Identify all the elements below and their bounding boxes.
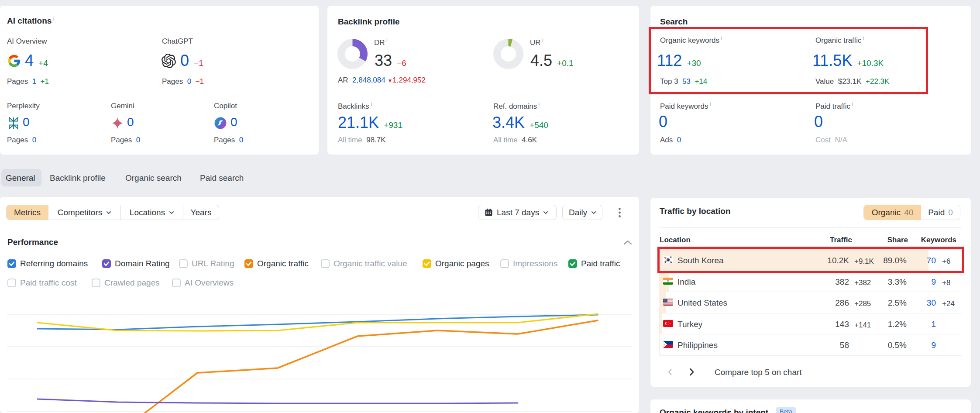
competitors-button[interactable]: Competitors xyxy=(48,205,121,220)
info-icon[interactable]: i xyxy=(385,37,388,43)
google-icon xyxy=(7,54,21,68)
engine-pages: Pages 0 xyxy=(7,135,36,145)
paid-keywords-label: Paid keywords i xyxy=(660,101,711,111)
next-page-button[interactable] xyxy=(687,368,696,376)
engine-label: Copilot xyxy=(214,101,301,110)
dr-delta: −6 xyxy=(397,58,406,68)
backlinks-delta: +931 xyxy=(384,120,402,130)
info-icon[interactable]: i xyxy=(850,101,853,107)
paid-keywords-value[interactable]: 0 xyxy=(659,114,667,130)
engine-value: 0 xyxy=(23,115,30,129)
column-header-share[interactable]: Share xyxy=(866,235,908,244)
locations-button[interactable]: Locations xyxy=(121,205,183,220)
prev-page-button[interactable] xyxy=(666,368,675,377)
engine-pages: Pages 0 xyxy=(111,135,140,145)
paid-traffic-sub: Cost N/A xyxy=(815,135,847,145)
tab-paid-search[interactable]: Paid search xyxy=(200,173,244,183)
chevron-down-icon xyxy=(169,211,174,214)
toggle-organic[interactable]: Organic40 xyxy=(864,205,921,220)
paid-traffic-label: Paid traffic i xyxy=(815,101,853,111)
info-icon[interactable]: i xyxy=(537,101,540,107)
checkbox-icon xyxy=(423,259,431,268)
performance-chart[interactable] xyxy=(0,284,639,413)
metrics-button[interactable]: Metrics xyxy=(7,205,48,220)
kebab-menu-button[interactable] xyxy=(614,205,625,220)
paid-keywords-sub: Ads 0 xyxy=(660,135,681,145)
ur-donut xyxy=(493,39,523,69)
keywords-value[interactable]: 9 xyxy=(899,277,936,287)
chevron-down-icon xyxy=(591,211,596,214)
ref-domains-label: Ref. domains i xyxy=(493,101,540,111)
paid-traffic-value[interactable]: 0 xyxy=(814,114,823,130)
metric-checkbox-referring-domains[interactable]: Referring domains xyxy=(7,258,88,268)
toggle-paid[interactable]: Paid0 xyxy=(921,205,960,220)
ar-row: AR 2,848,084 ▼1,294,952 xyxy=(338,76,426,86)
info-icon[interactable]: i xyxy=(369,101,372,107)
column-header-traffic[interactable]: Traffic xyxy=(776,235,852,244)
kebab-icon xyxy=(619,208,621,217)
share-bar xyxy=(659,334,660,355)
copilot-icon xyxy=(214,117,227,130)
keywords-value[interactable]: 30 xyxy=(899,298,936,308)
tab-general[interactable]: General xyxy=(6,173,35,183)
backlinks-alltime: All time 98.7K xyxy=(338,135,386,145)
traffic-value: 382 xyxy=(773,277,849,287)
chatgpt-icon xyxy=(162,54,176,68)
years-button[interactable]: Years xyxy=(183,205,219,220)
location-row-philippines[interactable]: Philippines 58 0.5% 9 xyxy=(650,334,971,355)
traffic-by-location-card: Traffic by location Organic40 Paid0 Loca… xyxy=(650,198,971,387)
collapse-chevron-icon[interactable] xyxy=(623,239,632,247)
column-header-location[interactable]: Location xyxy=(660,235,691,244)
ai-citations-card: AI citations i AI Overview 4+4 Pages 1 +… xyxy=(0,6,319,155)
metric-checkbox-organic-traffic-value[interactable]: Organic traffic value xyxy=(321,258,407,268)
chart-line-organic-traffic xyxy=(38,320,598,413)
column-header-keywords[interactable]: Keywords xyxy=(908,235,956,244)
divider xyxy=(660,227,962,228)
triangle-down-icon: ▼ xyxy=(387,78,392,84)
date-range-button[interactable]: Last 7 days xyxy=(478,205,557,220)
info-icon[interactable]: i xyxy=(541,37,543,43)
keywords-value[interactable]: 9 xyxy=(899,340,936,350)
checkbox-icon xyxy=(321,259,330,268)
tab-backlink-profile[interactable]: Backlink profile xyxy=(50,173,106,183)
location-name[interactable]: India xyxy=(677,277,695,287)
ar-delta: ▼1,294,952 xyxy=(387,76,426,84)
checkbox-icon xyxy=(179,259,188,268)
metric-checkbox-impressions[interactable]: Impressions xyxy=(500,258,557,268)
metric-checkbox-organic-pages[interactable]: Organic pages xyxy=(423,258,489,268)
perplexity-icon xyxy=(7,117,20,130)
ref-domains-value[interactable]: 3.4K xyxy=(492,115,525,131)
traffic-value: 58 xyxy=(773,340,849,350)
calendar-icon xyxy=(485,208,493,217)
keywords-value[interactable]: 1 xyxy=(899,319,936,329)
location-name[interactable]: United States xyxy=(677,298,727,308)
location-row-india[interactable]: India 382 +382 3.3% 9 +8 xyxy=(650,271,971,292)
backlinks-value[interactable]: 21.1K xyxy=(338,115,379,131)
ur-value: 4.5 xyxy=(530,53,552,69)
flag-india-icon xyxy=(663,278,673,285)
location-name[interactable]: Philippines xyxy=(677,340,718,350)
metric-checkbox-paid-traffic[interactable]: Paid traffic xyxy=(568,258,620,268)
ai-citations-title: AI citations i xyxy=(7,16,54,26)
engine-label: AI Overview xyxy=(7,37,94,46)
compare-top5-link[interactable]: Compare top 5 on chart xyxy=(715,367,802,377)
engine-value: 0 xyxy=(180,53,189,69)
tab-organic-search[interactable]: Organic search xyxy=(125,173,182,183)
info-icon[interactable]: i xyxy=(52,16,54,22)
location-row-turkey[interactable]: Turkey 143 +141 1.2% 1 xyxy=(650,313,971,334)
ur-label: UR i xyxy=(530,38,543,47)
engine-delta: −1 xyxy=(194,58,203,68)
chevron-down-icon xyxy=(543,211,548,214)
location-row-united-states[interactable]: United States 286 +285 2.5% 30 +24 xyxy=(650,292,971,313)
site-explorer-overview: AI citations i AI Overview 4+4 Pages 1 +… xyxy=(0,0,980,413)
metric-checkbox-organic-traffic[interactable]: Organic traffic xyxy=(244,258,309,268)
location-name[interactable]: Turkey xyxy=(677,319,702,329)
checkbox-icon xyxy=(244,259,253,268)
granularity-button[interactable]: Daily xyxy=(562,205,602,220)
metric-checkbox-url-rating[interactable]: URL Rating xyxy=(179,258,234,268)
metric-checkbox-domain-rating[interactable]: Domain Rating xyxy=(102,258,170,268)
chevron-down-icon xyxy=(106,211,111,214)
backlink-profile-card: Backlink profile DR i 33−6 AR 2,848,084 … xyxy=(327,6,639,155)
row-separator xyxy=(660,355,962,356)
info-icon[interactable]: i xyxy=(708,101,711,107)
